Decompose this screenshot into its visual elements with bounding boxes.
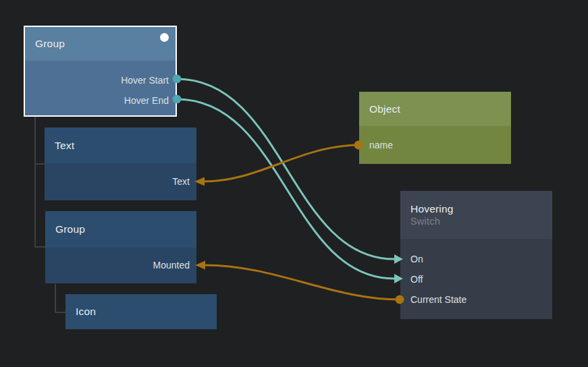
node-header: Object [359, 92, 511, 126]
node-header: Hovering Switch [400, 191, 552, 239]
port-label: Mounted [153, 260, 190, 271]
node-title: Object [369, 103, 400, 115]
node-title: Hovering [410, 203, 454, 215]
node-title: Group [55, 223, 85, 235]
wire-name-to-text[interactable] [204, 145, 359, 181]
wire-currentstate-to-mounted[interactable] [205, 265, 400, 300]
port-label: Hover Start [121, 75, 169, 86]
port-label: Off [410, 274, 423, 285]
node-hovering-switch[interactable]: Hovering Switch On Off Current State [400, 191, 552, 319]
node-graph-canvas[interactable]: Group Hover Start Hover End Text Text Gr… [0, 0, 588, 367]
node-header: Icon [65, 294, 217, 329]
port-on: On [400, 249, 552, 269]
tree-connector-line [35, 117, 45, 247]
node-group-2[interactable]: Group Mounted [45, 211, 196, 283]
node-group-selected[interactable]: Group Hover Start Hover End [24, 26, 177, 117]
port-mounted: Mounted [45, 255, 196, 275]
node-subtitle: Switch [410, 216, 440, 227]
port-hover-start: Hover Start [25, 70, 176, 90]
selection-indicator-dot[interactable] [160, 33, 169, 42]
arrowhead-mounted-input-icon [195, 261, 205, 270]
port-hover-end: Hover End [25, 90, 176, 111]
node-header: Group [25, 27, 176, 61]
port-label: Current State [410, 294, 466, 305]
port-current-state: Current State [400, 289, 552, 310]
tree-connector-line [55, 284, 65, 312]
port-label: name [369, 140, 393, 150]
port-label: On [410, 254, 423, 264]
node-text[interactable]: Text Text [45, 128, 196, 200]
node-header: Group [45, 211, 196, 248]
node-icon[interactable]: Icon [65, 294, 217, 329]
port-text: Text [45, 171, 196, 192]
port-off: Off [400, 269, 552, 289]
node-title: Icon [76, 306, 96, 318]
node-header: Text [45, 128, 196, 163]
node-object[interactable]: Object name [359, 92, 511, 164]
port-label: Text [172, 176, 190, 187]
node-title: Text [55, 140, 74, 152]
port-name: name [359, 135, 511, 155]
node-title: Group [35, 38, 65, 50]
port-label: Hover End [124, 95, 169, 106]
